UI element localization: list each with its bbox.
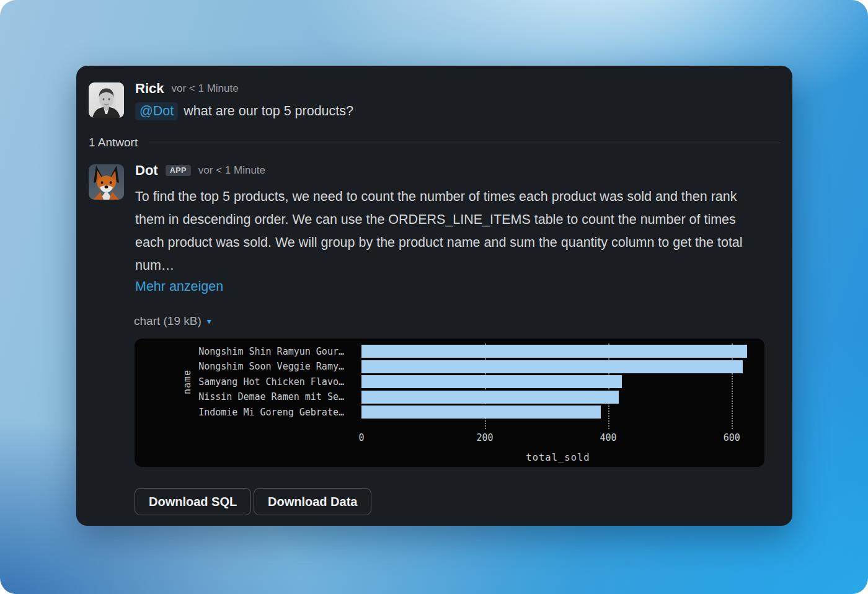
bar	[361, 360, 743, 373]
root-message-text: @Dot what are our top 5 products?	[135, 102, 353, 120]
chart-y-axis-label: name	[182, 370, 193, 394]
dot-avatar[interactable]	[89, 164, 124, 200]
slack-thread-card: Rick vor < 1 Minute @Dot what are our to…	[76, 66, 792, 526]
x-tick-label: 400	[600, 432, 617, 443]
chart-x-axis-label: total_sold	[361, 452, 755, 463]
attachment-name: chart (19 kB)	[134, 314, 202, 328]
reply-header: Dot APP vor < 1 Minute	[135, 162, 265, 179]
bar	[361, 375, 622, 388]
x-tick-label: 600	[724, 432, 740, 443]
root-message-header: Rick vor < 1 Minute	[135, 81, 239, 97]
reply-timestamp: vor < 1 Minute	[198, 164, 265, 177]
category-label: Nongshim Soon Veggie Ramy…	[198, 360, 344, 373]
reply-count-link[interactable]: 1 Antwort	[89, 136, 138, 149]
x-tick-label: 200	[477, 432, 494, 443]
chevron-down-icon[interactable]: ▾	[207, 316, 211, 326]
bar	[361, 391, 619, 404]
fox-image	[89, 164, 124, 200]
attachment-header[interactable]: chart (19 kB) ▾	[134, 314, 211, 328]
bar	[361, 345, 747, 358]
root-message-timestamp: vor < 1 Minute	[171, 82, 238, 95]
reply-message-text: To find the top 5 products, we need to c…	[135, 185, 763, 277]
root-message-body: what are our top 5 products?	[184, 104, 353, 119]
app-badge: APP	[166, 165, 191, 177]
thread-reply-row: 1 Antwort	[89, 136, 780, 149]
category-label: Samyang Hot Chicken Flavo…	[198, 375, 344, 388]
category-label: Indomie Mi Goreng Gebrate…	[198, 406, 344, 419]
rick-author-name[interactable]: Rick	[135, 81, 164, 97]
dot-mention[interactable]: @Dot	[135, 102, 178, 120]
rick-avatar[interactable]	[89, 82, 124, 118]
rick-portrait-image	[89, 82, 124, 118]
dot-author-name[interactable]: Dot	[135, 162, 158, 179]
thread-divider-line	[149, 143, 780, 143]
chart-attachment[interactable]: name Nongshim Shin Ramyun Gour…Nongshim …	[135, 339, 764, 467]
bar	[361, 406, 601, 419]
show-more-link[interactable]: Mehr anzeigen	[135, 279, 223, 295]
category-label: Nongshim Shin Ramyun Gour…	[198, 345, 344, 358]
download-data-button[interactable]: Download Data	[254, 488, 371, 515]
download-sql-button[interactable]: Download SQL	[135, 488, 251, 515]
category-label: Nissin Demae Ramen mit Se…	[198, 391, 344, 404]
chart-x-ticks: 0200400600	[361, 432, 755, 445]
plot-area	[361, 345, 755, 419]
x-tick-label: 0	[358, 432, 364, 443]
